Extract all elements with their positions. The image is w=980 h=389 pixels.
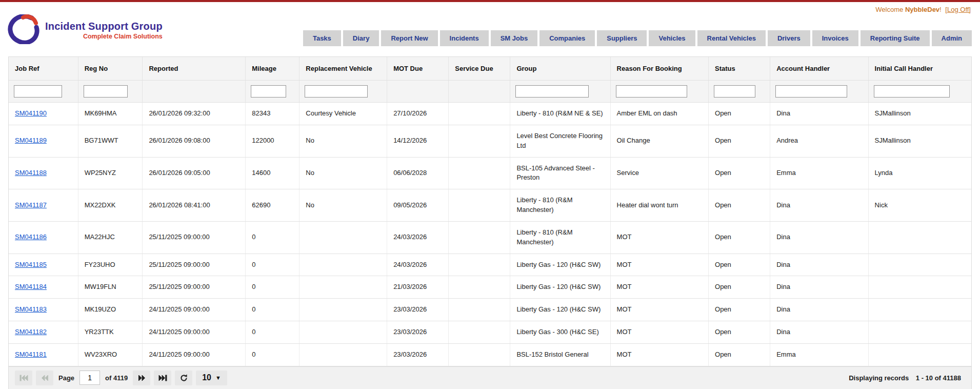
cell-account-handler: Dina <box>770 221 868 254</box>
cell-mileage: 0 <box>246 321 299 344</box>
filter-cell-account-handler <box>770 81 868 103</box>
cell-replacement-vehicle <box>299 321 387 344</box>
nav-tab-invoices[interactable]: Invoices <box>812 30 858 46</box>
nav-tab-companies[interactable]: Companies <box>539 30 595 46</box>
table-body: SM041190MK69HMA26/01/2026 09:32:0082343C… <box>9 103 971 366</box>
cell-mot-due: 06/06/2028 <box>387 157 449 189</box>
username: NybbleDev <box>905 6 939 13</box>
job-ref-link[interactable]: SM041187 <box>15 201 47 209</box>
cell-account-handler: Emma <box>770 343 868 366</box>
logo-text: Incident Support Group Complete Claim So… <box>45 21 163 40</box>
column-header-job-ref[interactable]: Job Ref <box>9 57 78 81</box>
cell-status: Open <box>709 299 770 321</box>
column-header-replacement-vehicle[interactable]: Replacement Vehicle <box>299 57 387 81</box>
job-ref-link[interactable]: SM041189 <box>15 137 47 144</box>
cell-job-ref: SM041187 <box>9 189 78 222</box>
page-number-input[interactable] <box>79 371 100 385</box>
column-header-group[interactable]: Group <box>510 57 610 81</box>
filter-input-reason-for-booking[interactable] <box>616 85 688 98</box>
job-ref-link[interactable]: SM041183 <box>15 305 47 313</box>
job-ref-link[interactable]: SM041190 <box>15 109 47 117</box>
nav-tab-incidents[interactable]: Incidents <box>440 30 489 46</box>
cell-job-ref: SM041184 <box>9 276 78 299</box>
cell-initial-call-handler <box>868 299 971 321</box>
filter-cell-reason-for-booking <box>610 81 708 103</box>
cell-reason-for-booking: MOT <box>610 276 708 299</box>
log-off-link[interactable]: [Log Off] <box>945 6 971 13</box>
cell-mot-due: 23/03/2026 <box>387 299 449 321</box>
cell-group: Liberty - 810 (R&M Manchester) <box>510 221 610 254</box>
logo: Incident Support Group Complete Claim So… <box>7 13 163 46</box>
filter-input-group[interactable] <box>515 85 589 98</box>
filter-input-status[interactable] <box>714 85 755 98</box>
filter-cell-initial-call-handler <box>868 81 971 103</box>
next-page-icon <box>138 375 146 381</box>
last-page-button[interactable] <box>154 371 171 385</box>
refresh-button[interactable] <box>175 371 192 385</box>
cell-status: Open <box>709 157 770 189</box>
cell-group: Liberty Gas - 120 (H&C SW) <box>510 299 610 321</box>
cell-service-due <box>449 189 510 222</box>
nav-tab-suppliers[interactable]: Suppliers <box>597 30 647 46</box>
nav-tab-sm-jobs[interactable]: SM Jobs <box>491 30 537 46</box>
filter-cell-status <box>709 81 770 103</box>
job-ref-link[interactable]: SM041188 <box>15 169 47 177</box>
cell-reported: 24/11/2025 09:00:00 <box>143 321 246 344</box>
cell-account-handler: Emma <box>770 157 868 189</box>
nav-tab-admin[interactable]: Admin <box>932 30 972 46</box>
column-header-reason-for-booking[interactable]: Reason For Booking <box>610 57 708 81</box>
table-row: SM041184MW19FLN25/11/2025 09:00:00021/03… <box>9 276 971 299</box>
nav-tab-reporting-suite[interactable]: Reporting Suite <box>861 30 930 46</box>
next-page-button[interactable] <box>133 371 150 385</box>
cell-reason-for-booking: MOT <box>610 299 708 321</box>
job-ref-link[interactable]: SM041181 <box>15 351 47 358</box>
nav-tab-tasks[interactable]: Tasks <box>303 30 341 46</box>
page-size-select[interactable]: 10 ▼ <box>196 371 227 385</box>
filter-cell-job-ref <box>9 81 78 103</box>
cell-reg-no: MK69HMA <box>78 103 143 125</box>
filter-input-job-ref[interactable] <box>14 85 62 98</box>
nav-tab-report-new[interactable]: Report New <box>381 30 437 46</box>
job-ref-link[interactable]: SM041184 <box>15 283 47 290</box>
column-header-account-handler[interactable]: Account Handler <box>770 57 868 81</box>
cell-status: Open <box>709 103 770 125</box>
welcome-bar: Welcome NybbleDev! [Log Off] <box>0 2 980 13</box>
cell-initial-call-handler: SJMallinson <box>868 125 971 157</box>
cell-status: Open <box>709 254 770 276</box>
job-ref-link[interactable]: SM041185 <box>15 261 47 268</box>
filter-input-initial-call-handler[interactable] <box>874 85 950 98</box>
cell-reported: 25/11/2025 09:00:00 <box>143 254 246 276</box>
column-header-initial-call-handler[interactable]: Initial Call Handler <box>868 57 971 81</box>
page-size-value: 10 <box>202 373 211 382</box>
first-page-icon <box>19 375 28 381</box>
job-ref-link[interactable]: SM041186 <box>15 233 47 241</box>
filter-input-reg-no[interactable] <box>84 85 128 98</box>
prev-page-button[interactable] <box>36 371 53 385</box>
cell-mot-due: 14/12/2026 <box>387 125 449 157</box>
cell-initial-call-handler: SJMallinson <box>868 103 971 125</box>
cell-account-handler: Dina <box>770 276 868 299</box>
cell-status: Open <box>709 321 770 344</box>
nav-tab-drivers[interactable]: Drivers <box>768 30 810 46</box>
job-ref-link[interactable]: SM041182 <box>15 328 47 336</box>
first-page-button[interactable] <box>15 371 32 385</box>
column-header-status[interactable]: Status <box>709 57 770 81</box>
cell-reg-no: FY23UHO <box>78 254 143 276</box>
nav-tab-diary[interactable]: Diary <box>343 30 379 46</box>
filter-input-mileage[interactable] <box>251 85 286 98</box>
cell-service-due <box>449 276 510 299</box>
cell-replacement-vehicle: No <box>299 125 387 157</box>
filter-input-replacement-vehicle[interactable] <box>305 85 368 98</box>
column-header-mot-due[interactable]: MOT Due <box>387 57 449 81</box>
nav-tab-rental-vehicles[interactable]: Rental Vehicles <box>697 30 766 46</box>
cell-status: Open <box>709 221 770 254</box>
cell-replacement-vehicle <box>299 299 387 321</box>
column-header-reg-no[interactable]: Reg No <box>78 57 143 81</box>
table-row: SM041182YR23TTK24/11/2025 09:00:00023/03… <box>9 321 971 344</box>
column-header-reported[interactable]: Reported <box>143 57 246 81</box>
cell-reported: 26/01/2026 09:08:00 <box>143 125 246 157</box>
column-header-service-due[interactable]: Service Due <box>449 57 510 81</box>
nav-tab-vehicles[interactable]: Vehicles <box>649 30 695 46</box>
column-header-mileage[interactable]: Mileage <box>246 57 299 81</box>
filter-input-account-handler[interactable] <box>775 85 847 98</box>
